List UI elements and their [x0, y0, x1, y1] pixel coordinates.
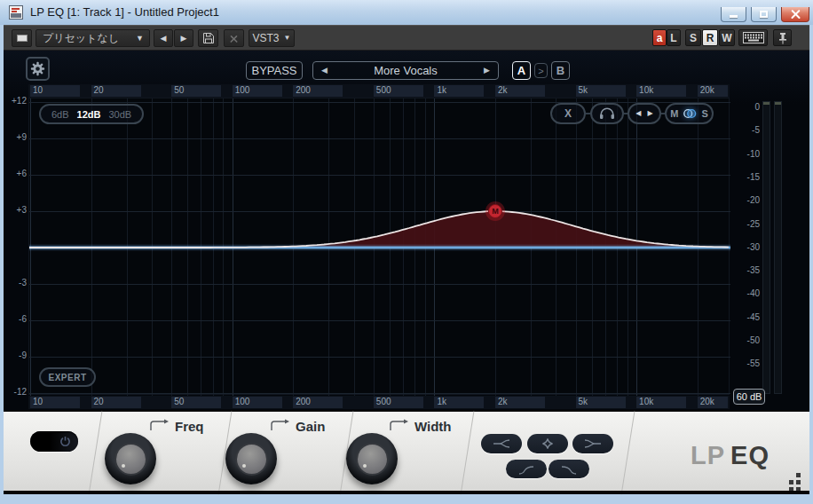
vst-format-menu[interactable]: VST3 ▼: [249, 29, 295, 47]
listen-button[interactable]: [590, 103, 624, 124]
reset-band-button[interactable]: X: [550, 103, 586, 124]
right-arrow-icon: ▶: [181, 35, 187, 43]
freq-tick-label: 10: [33, 397, 43, 406]
low-shelf-filter-button[interactable]: [481, 434, 522, 453]
freq-tick-label: 50: [174, 397, 184, 406]
freq-knob[interactable]: [105, 433, 156, 484]
param-arrow-icon: [388, 419, 411, 431]
freq-tick-label: 200: [296, 397, 311, 406]
freq-label-row: Freq: [148, 419, 204, 434]
db-tick-label: +9: [5, 132, 27, 142]
stereo-link-icon[interactable]: [682, 107, 698, 120]
gain-knob[interactable]: [225, 433, 277, 484]
app-icon: [9, 5, 23, 20]
meter-tick-label: -55: [730, 358, 760, 368]
automation-latch-button[interactable]: L: [667, 29, 681, 46]
high-shelf-icon: [582, 438, 604, 449]
frequency-axis-top: 1020501002005001k2k5k10k20k: [28, 84, 730, 98]
param-arrow-icon: [148, 419, 171, 431]
meter-bar-left: [762, 101, 770, 394]
freq-tick-label: 2k: [498, 397, 508, 406]
always-on-top-button[interactable]: [773, 29, 792, 46]
high-cut-filter-button[interactable]: [549, 460, 589, 478]
maximize-button[interactable]: [751, 7, 777, 22]
range-12db-option[interactable]: 12dB: [77, 109, 101, 120]
copy-a-to-b-button[interactable]: >: [534, 63, 548, 78]
plugin-logo: LPEQ: [672, 441, 770, 470]
chevron-down-icon: ▼: [136, 35, 149, 43]
peak-filter-icon: [537, 438, 558, 449]
high-shelf-filter-button[interactable]: [572, 434, 613, 453]
expert-button[interactable]: EXPERT: [39, 367, 96, 387]
control-panel: Freq Gain Width: [4, 410, 809, 491]
titlebar[interactable]: LP EQ [1: Track 1] - Untitled Project1: [0, 0, 813, 25]
window-frame-strip: [4, 491, 809, 494]
meter-tick-label: -40: [730, 288, 760, 298]
next-band-icon[interactable]: ▶: [648, 110, 653, 117]
toolbar: プリセットなし ▼ ◀ ▶ VST3 ▼ a L S R W: [4, 25, 809, 51]
width-label-row: Width: [388, 419, 452, 434]
db-tick-label: -9: [5, 350, 27, 360]
freq-tick-label: 500: [376, 85, 391, 95]
low-shelf-icon: [491, 438, 512, 449]
setup-b-button[interactable]: B: [551, 61, 570, 80]
meter-bar-right: [774, 101, 782, 394]
automation-a-button[interactable]: a: [652, 29, 667, 46]
plugin-window: LP EQ [1: Track 1] - Untitled Project1 プ…: [0, 0, 813, 504]
freq-tick-label: 2k: [498, 85, 508, 95]
db-tick-label: -3: [5, 278, 27, 287]
meter-tick-label: -30: [730, 242, 760, 252]
suspend-button[interactable]: S: [685, 29, 701, 46]
left-arrow-icon: ◀: [161, 35, 167, 43]
settings-button[interactable]: [26, 57, 50, 81]
solo-button[interactable]: S: [701, 108, 707, 119]
gain-label-row: Gain: [269, 419, 325, 434]
preset-next-button[interactable]: ▶: [174, 29, 193, 47]
next-preset-icon[interactable]: ▶: [484, 67, 490, 75]
range-6db-option[interactable]: 6dB: [51, 109, 69, 120]
save-preset-button[interactable]: [198, 29, 218, 47]
read-automation-button[interactable]: R: [702, 29, 718, 46]
frequency-axis-bottom: 1020501002005001k2k5k10k20k: [28, 396, 730, 409]
window-title: LP EQ [1: Track 1] - Untitled Project1: [30, 0, 219, 25]
preset-prev-button[interactable]: ◀: [154, 29, 173, 47]
vst-label: VST3: [253, 32, 280, 44]
section-divider: [621, 412, 635, 495]
db-tick-label: -6: [5, 314, 27, 324]
setup-a-button[interactable]: A: [512, 61, 531, 80]
knob-face: [114, 443, 147, 476]
close-button[interactable]: [781, 7, 809, 22]
bypass-button[interactable]: BYPASS: [246, 61, 303, 80]
preset-browser[interactable]: ◀ More Vocals ▶: [312, 61, 499, 80]
low-cut-icon: [516, 464, 537, 475]
freq-tick-label: 50: [174, 85, 184, 95]
peak-filter-button[interactable]: [527, 434, 568, 453]
preset-select[interactable]: プリセットなし ▼: [36, 29, 150, 47]
gain-knob-label: Gain: [296, 419, 325, 434]
clear-icon: [230, 35, 238, 43]
low-cut-filter-button[interactable]: [506, 460, 547, 478]
meter-range-button[interactable]: 60 dB: [733, 389, 765, 405]
freq-tick-label: 20k: [700, 85, 714, 95]
knob-face: [356, 443, 389, 476]
floppy-disk-icon: [202, 32, 215, 44]
virtual-keyboard-button[interactable]: [738, 29, 768, 46]
db-tick-label: -12: [5, 387, 27, 397]
minimize-button[interactable]: [721, 7, 746, 22]
previous-preset-icon[interactable]: ◀: [321, 67, 328, 75]
freq-tick-label: 500: [376, 397, 391, 406]
mono-button[interactable]: M: [670, 108, 678, 119]
previous-band-icon[interactable]: ◀: [635, 110, 641, 117]
meter-tick-label: -25: [730, 219, 760, 229]
meter-tick-label: -15: [730, 172, 760, 182]
range-30db-option[interactable]: 30dB: [108, 109, 131, 120]
band-marker[interactable]: M: [492, 207, 499, 216]
power-toggle[interactable]: [30, 431, 78, 452]
write-automation-button[interactable]: W: [719, 29, 735, 46]
plugin-menu-button[interactable]: [12, 29, 32, 47]
freq-tick-label: 100: [235, 397, 250, 406]
remove-preset-button[interactable]: [224, 29, 244, 47]
freq-tick-label: 1k: [437, 397, 446, 406]
eq-curve-display[interactable]: M: [28, 98, 730, 395]
width-knob[interactable]: [346, 433, 398, 484]
